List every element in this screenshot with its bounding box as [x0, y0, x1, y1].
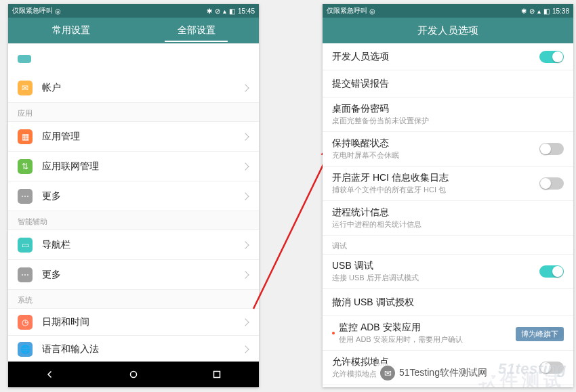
list-item[interactable] — [8, 43, 259, 73]
settings-item-more-assist[interactable]: ⋯ 更多 — [8, 260, 259, 290]
chevron-right-icon — [241, 84, 249, 91]
status-bar: 仅限紧急呼叫◎ ✱⊘▴◧15:38 — [323, 4, 573, 18]
nav-back[interactable] — [8, 362, 91, 387]
phone-left-screenshot: 仅限紧急呼叫◎ ✱⊘▴◧15:45 常用设置 全部设置 ✉ 帐户 应用 ▦ 应用… — [8, 4, 259, 387]
stay-awake-toggle[interactable] — [539, 143, 564, 155]
view-attr-row[interactable]: 开启视图属性检查功能 — [323, 385, 573, 387]
wechat-icon: ✉ — [380, 366, 395, 380]
navbar-icon: ▭ — [18, 238, 33, 253]
language-icon: 🌐 — [18, 342, 33, 357]
chevron-right-icon — [241, 241, 249, 248]
section-header-assist: 智能辅助 — [8, 211, 259, 230]
status-emergency: 仅限紧急呼叫 — [12, 6, 53, 16]
section-header-system: 系统 — [8, 290, 259, 309]
settings-item-datetime[interactable]: ◷ 日期和时间 — [8, 309, 259, 336]
svg-point-0 — [130, 372, 136, 378]
settings-header: 常用设置 全部设置 — [8, 18, 259, 43]
android-nav-bar — [8, 362, 259, 387]
chevron-right-icon — [241, 133, 249, 140]
mock-location-toggle[interactable] — [539, 362, 564, 374]
account-icon: ✉ — [18, 81, 33, 95]
network-icon: ⇅ — [18, 159, 33, 174]
bt-hci-toggle[interactable] — [539, 177, 564, 190]
status-time: 15:38 — [552, 7, 569, 15]
revoke-usb-row[interactable]: 撤消 USB 调试授权 — [323, 289, 573, 316]
section-header-apps: 应用 — [8, 103, 259, 122]
settings-item-account[interactable]: ✉ 帐户 — [8, 73, 259, 103]
clock-icon: ◷ — [18, 315, 33, 330]
settings-item-app-management[interactable]: ▦ 应用管理 — [8, 122, 259, 152]
chevron-right-icon — [241, 345, 249, 353]
status-bar: 仅限紧急呼叫◎ ✱⊘▴◧15:45 — [8, 4, 259, 18]
svg-rect-1 — [214, 372, 220, 378]
usb-debug-toggle[interactable] — [539, 265, 564, 278]
tab-all-settings[interactable]: 全部设置 — [133, 19, 259, 42]
nav-home[interactable] — [91, 362, 175, 387]
section-header-debug: 调试 — [323, 236, 573, 255]
apps-icon: ▦ — [18, 129, 33, 144]
settings-item-lang-input[interactable]: 🌐 语言和输入法 — [8, 336, 259, 362]
chevron-right-icon — [241, 162, 249, 170]
backup-password-row[interactable]: 桌面备份密码桌面完整备份当前未设置保护 — [323, 97, 573, 132]
developer-options-header: 开发人员选项 — [323, 18, 573, 43]
nav-recent[interactable] — [176, 362, 259, 387]
settings-content: ✉ 帐户 应用 ▦ 应用管理 ⇅ 应用联网管理 ⋯ 更多 智能辅助 ▭ 导航栏 … — [8, 43, 259, 362]
process-stats-row[interactable]: 进程统计信息运行中进程的相关统计信息 — [323, 201, 573, 236]
dev-enable-toggle[interactable] — [539, 51, 564, 63]
page-title: 开发人员选项 — [417, 24, 478, 37]
chevron-right-icon — [241, 271, 249, 278]
bt-hci-row[interactable]: 开启蓝牙 HCI 信息收集日志捕获单个文件中的所有蓝牙 HCI 包 — [323, 167, 573, 201]
settings-item-navbar[interactable]: ▭ 导航栏 — [8, 230, 259, 260]
dev-enable-row[interactable]: 开发人员选项 — [323, 43, 573, 70]
settings-item-app-network[interactable]: ⇅ 应用联网管理 — [8, 152, 259, 181]
more-icon: ⋯ — [18, 189, 33, 204]
watermark-badge: 博为峰旗下 — [516, 327, 564, 341]
phone-right-screenshot: 仅限紧急呼叫◎ ✱⊘▴◧15:38 开发人员选项 开发人员选项 提交错误报告 桌… — [323, 4, 573, 387]
wechat-label: 51Testing软件测试网 — [399, 367, 487, 379]
wechat-footer: ✉ 51Testing软件测试网 — [376, 364, 491, 382]
more-icon: ⋯ — [18, 267, 33, 282]
stay-awake-row[interactable]: 保持唤醒状态充电时屏幕不会休眠 — [323, 132, 573, 167]
usb-debug-row[interactable]: USB 调试连接 USB 后开启调试模式 — [323, 255, 573, 289]
chevron-right-icon — [241, 192, 249, 200]
svg-line-3 — [253, 144, 333, 309]
status-emergency: 仅限紧急呼叫 — [327, 6, 367, 16]
settings-item-more-apps[interactable]: ⋯ 更多 — [8, 181, 259, 211]
attention-dot-icon — [332, 332, 335, 334]
bug-report-row[interactable]: 提交错误报告 — [323, 70, 573, 97]
tab-common-settings[interactable]: 常用设置 — [8, 19, 133, 42]
chevron-right-icon — [241, 318, 249, 326]
status-time: 15:45 — [238, 7, 255, 15]
